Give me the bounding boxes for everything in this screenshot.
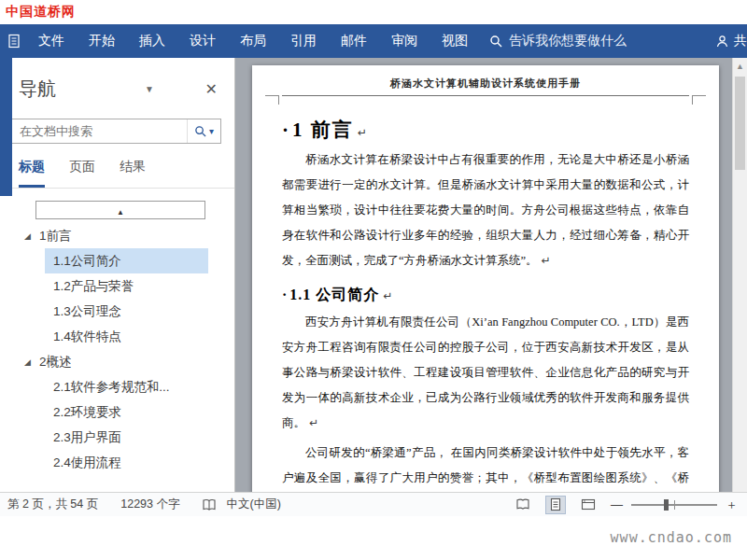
body-paragraph[interactable]: 公司研发的“桥梁通”产品， 在国内同类桥梁设计软件中处于领先水平，客户遍及全国，… (282, 441, 689, 492)
paragraph-mark-icon: ↵ (358, 126, 367, 139)
caret-up-icon: ▲ (117, 208, 124, 217)
expand-triangle-icon[interactable]: ◢ (24, 357, 31, 367)
nav-heading-item[interactable]: 1.3公司理念 (0, 299, 234, 324)
paragraph-mark-icon: ↵ (542, 254, 551, 267)
person-icon (715, 35, 729, 49)
ribbon-tab-layout[interactable]: 布局 (228, 24, 278, 58)
language-status[interactable]: 中文(中国) (226, 497, 280, 512)
nav-tab-pages[interactable]: 页面 (69, 159, 95, 181)
document-icon[interactable] (6, 33, 22, 49)
ribbon-tab-mailings[interactable]: 邮件 (329, 24, 379, 58)
close-icon[interactable]: ✕ (205, 80, 218, 98)
nav-heading-item[interactable]: ◢ 2概述 (0, 349, 234, 374)
proofing-icon[interactable] (202, 498, 217, 511)
ribbon-tab-file[interactable]: 文件 (26, 24, 77, 58)
search-input[interactable] (12, 124, 187, 138)
paragraph-mark-icon: ↵ (383, 289, 392, 302)
ribbon-tab-references[interactable]: 引用 (278, 24, 329, 58)
nav-heading-item[interactable]: 1.2产品与荣誉 (0, 273, 234, 299)
document-page[interactable]: 桥涵水文计算机辅助设计系统使用手册 ·1 前言↵ 桥涵水文计算在桥梁设计中占有很… (252, 65, 719, 492)
heading-label: 2.3用户界面 (53, 429, 121, 446)
zoom-slider-handle[interactable] (664, 499, 669, 511)
watermark-text-top: 中国道桥网 (6, 4, 76, 21)
ribbon-tab-view[interactable]: 视图 (430, 24, 480, 58)
zoom-out-button[interactable]: — (611, 497, 623, 511)
heading-label: 1.4软件特点 (53, 329, 121, 345)
heading-label: 2.4使用流程 (53, 455, 121, 471)
heading-label: 1.2产品与荣誉 (53, 278, 134, 295)
nav-heading-item-selected[interactable]: 1.1公司简介 (45, 248, 208, 273)
zoom-slider[interactable] (631, 504, 717, 506)
nav-heading-item[interactable]: ◢ 1前言 (0, 223, 234, 248)
nav-heading-item[interactable]: 2.1软件参考规范和... (0, 374, 234, 399)
heading-label: 2概述 (39, 354, 72, 371)
heading-1-1-gongsijianjie[interactable]: ·1.1 公司简介↵ (282, 286, 689, 305)
heading-label: 1.3公司理念 (53, 303, 121, 320)
share-button[interactable]: 共享 (715, 33, 747, 49)
heading-text: 1 前言 (292, 119, 354, 141)
bottom-watermark-strip: www.cndao.com (0, 516, 747, 560)
scroll-up-icon[interactable]: ▲ (733, 58, 747, 71)
search-icon (489, 35, 502, 48)
ribbon-tab-insert[interactable]: 插入 (127, 24, 177, 58)
tell-me-label: 告诉我你想要做什么 (509, 33, 627, 49)
zoom-in-button[interactable]: ＋ (726, 497, 738, 513)
paragraph-text: 西安方舟计算机有限责任公司（Xi’an Fangzhou Computer CO… (282, 315, 689, 429)
print-layout-button[interactable] (545, 496, 566, 514)
heading-label: 2.2环境要求 (53, 404, 121, 421)
ribbon-tab-review[interactable]: 审阅 (379, 24, 430, 58)
ribbon-tab-home[interactable]: 开始 (77, 24, 127, 58)
status-bar-right: — ＋ (513, 496, 740, 514)
chevron-down-icon[interactable]: ▼ (145, 84, 154, 94)
nav-heading-item[interactable]: 1.4软件特点 (0, 324, 234, 349)
paragraph-mark-icon: ↵ (309, 416, 318, 429)
heading-text: 1.1 公司简介 (289, 287, 379, 302)
navigation-tabs: 标题 页面 结果 (0, 144, 234, 189)
vertical-scrollbar[interactable]: ▲ (732, 58, 747, 492)
page-number-status[interactable]: 第 2 页，共 54 页 (7, 497, 98, 512)
ribbon-tab-bar: 文件 开始 插入 设计 布局 引用 邮件 审阅 视图 告诉我你想要做什么 共享 (0, 24, 747, 58)
page-header: 桥涵水文计算机辅助设计系统使用手册 (282, 77, 689, 96)
word-count-status[interactable]: 12293 个字 (120, 497, 179, 512)
status-bar: 第 2 页，共 54 页 12293 个字 中文(中国) — ＋ (0, 492, 747, 516)
headings-tree: ◢ 1前言 1.1公司简介 1.2产品与荣誉 1.3公司理念 1.4软件特点 ◢… (0, 223, 234, 475)
zoom-control: — ＋ (611, 497, 738, 513)
share-label: 共享 (734, 33, 747, 49)
top-watermark-strip: 中国道桥网 (0, 0, 747, 24)
ribbon-tab-design[interactable]: 设计 (177, 24, 228, 58)
nav-heading-item[interactable]: 2.4使用流程 (0, 450, 234, 475)
heading-label: 2.1软件参考规范和... (53, 379, 170, 396)
outline-bullet-icon: · (282, 119, 290, 141)
nav-tab-results[interactable]: 结果 (120, 159, 146, 181)
document-search-box[interactable]: ▾ (11, 119, 221, 144)
left-blue-strip (0, 58, 12, 196)
search-options-button[interactable]: ▾ (187, 119, 220, 143)
heading-label: 1前言 (39, 228, 72, 245)
watermark-text-bottom: www.cndao.com (611, 529, 732, 546)
navigation-pane-title: 导航 (19, 77, 56, 102)
expand-triangle-icon[interactable]: ◢ (24, 231, 31, 241)
web-layout-button[interactable] (578, 496, 599, 514)
outline-bullet-icon: · (282, 287, 288, 302)
paragraph-text: 桥涵水文计算在桥梁设计中占有很重要的作用，无论是大中桥还是小桥涵都需要进行一定的… (282, 153, 689, 267)
heading-label: 1.1公司简介 (53, 253, 121, 270)
scrollbar-thumb[interactable] (735, 77, 745, 170)
read-mode-button[interactable] (513, 496, 533, 514)
heading-1-qianyan[interactable]: ·1 前言↵ (282, 117, 689, 143)
nav-tab-headings[interactable]: 标题 (19, 159, 45, 188)
body-paragraph[interactable]: 西安方舟计算机有限责任公司（Xi’an Fangzhou Computer CO… (282, 310, 689, 436)
nav-heading-item[interactable]: 2.3用户界面 (0, 425, 234, 450)
paragraph-text: 公司研发的“桥梁通”产品， 在国内同类桥梁设计软件中处于领先水平，客户遍及全国，… (282, 446, 689, 492)
main-area: 导航 ▼ ✕ ▾ 标题 页面 结果 ▲ ◢ 1前言 (0, 58, 747, 492)
nav-heading-item[interactable]: 2.2环境要求 (0, 399, 234, 425)
magnifier-icon (194, 125, 206, 137)
search-caret-icon: ▾ (209, 126, 214, 136)
navigation-pane-header: 导航 ▼ ✕ (0, 58, 234, 107)
zoom-center-tick (674, 500, 675, 510)
body-paragraph[interactable]: 桥涵水文计算在桥梁设计中占有很重要的作用，无论是大中桥还是小桥涵都需要进行一定的… (282, 147, 689, 273)
tell-me-box[interactable]: 告诉我你想要做什么 (489, 33, 627, 49)
nav-dropdown-box[interactable]: ▲ (35, 201, 205, 219)
document-area: 桥涵水文计算机辅助设计系统使用手册 ·1 前言↵ 桥涵水文计算在桥梁设计中占有很… (235, 58, 747, 492)
navigation-pane: 导航 ▼ ✕ ▾ 标题 页面 结果 ▲ ◢ 1前言 (0, 58, 235, 492)
